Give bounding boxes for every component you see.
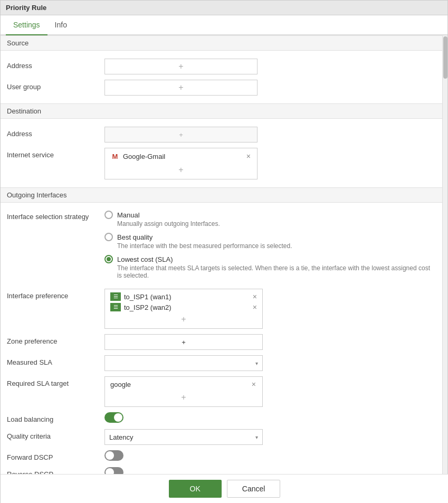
required-sla-control: google × + [104,376,436,407]
forward-dscp-toggle[interactable] [104,450,123,461]
source-form: Address + User group + [1,51,442,103]
zone-preference-control: + [104,334,436,350]
zone-preference-input[interactable]: + [104,334,263,350]
interface-isp2-remove-icon[interactable]: × [253,303,257,311]
destination-address-label: Address [7,127,104,138]
source-usergroup-plus-icon: + [178,83,183,92]
internet-service-value: Google-Gmail [123,153,245,160]
gmail-icon: M [110,151,120,161]
measured-sla-label: Measured SLA [7,355,104,366]
destination-address-plus-icon: + [179,131,183,139]
internet-service-row: Internet service M Google-Gmail × + [7,145,436,182]
source-usergroup-row: User group + [7,77,436,98]
strategy-row: Interface selection strategy Manual Manu… [7,208,436,282]
interface-add-button[interactable]: + [177,315,190,324]
strategy-bestquality-label[interactable]: Best quality [104,233,436,241]
internet-service-tagbox: M Google-Gmail × + [104,148,258,179]
strategy-manual-radio[interactable] [104,211,113,219]
internet-service-control: M Google-Gmail × + [104,148,436,179]
measured-sla-arrow-icon: ▾ [255,360,258,366]
internet-service-tag: M Google-Gmail × [108,150,254,162]
load-balancing-row: Load balancing [7,410,436,426]
destination-form: Address + Internet service M [1,119,442,187]
strategy-lowestcost-radio[interactable] [104,255,113,263]
zone-preference-plus-icon: + [182,338,186,346]
internet-service-label: Internet service [7,148,104,159]
source-address-label: Address [7,59,104,70]
required-sla-row: Required SLA target google × + [7,374,436,410]
quality-criteria-value: Latency [109,433,134,441]
destination-address-control: + [104,127,436,143]
destination-address-row: Address + [7,124,436,145]
strategy-bestquality-desc: The interface with the best measured per… [117,242,436,250]
quality-criteria-arrow-icon: ▾ [255,434,258,440]
measured-sla-dropdown[interactable]: ▾ [104,355,263,371]
required-sla-add-row: + [108,391,259,404]
strategy-manual-desc: Manually assign outgoing Interfaces. [117,220,436,227]
destination-address-input[interactable]: + [104,127,258,143]
title-bar: Priority Rule [1,1,447,15]
load-balancing-control [104,412,436,423]
internet-service-remove-icon[interactable]: × [245,152,252,160]
ok-button[interactable]: OK [169,480,222,498]
isp2-icon: ☰ [110,303,121,311]
interface-isp2-row: ☰ to_ISP2 (wan2) × [108,302,259,312]
strategy-manual-option: Manual Manually assign outgoing Interfac… [104,211,436,227]
interface-isp1-label: to_ISP1 (wan1) [124,293,171,301]
interface-isp2-label: to_ISP2 (wan2) [124,303,171,311]
strategy-bestquality-option: Best quality The interface with the best… [104,233,436,250]
quality-criteria-label: Quality criteria [7,429,104,440]
quality-criteria-row: Quality criteria Latency ▾ [7,426,436,448]
section-outgoing: Outgoing Interfaces [1,187,442,203]
forward-dscp-control [104,450,436,461]
scrollbar[interactable] [442,35,447,503]
required-sla-add-button[interactable]: + [177,393,190,402]
source-usergroup-control: + [104,80,436,96]
zone-preference-row: Zone preference + [7,331,436,353]
source-address-row: Address + [7,56,436,77]
internet-service-add-button[interactable]: + [174,165,187,175]
internet-service-add-row: + [108,163,254,177]
interface-isp1-remove-icon[interactable]: × [253,292,257,301]
scrollbar-thumb[interactable] [443,36,447,79]
load-balancing-label: Load balancing [7,412,104,423]
scrollbar-area: Source Address + User group [1,35,447,503]
main-content: Source Address + User group [1,35,442,503]
strategy-control: Manual Manually assign outgoing Interfac… [104,211,436,279]
zone-preference-label: Zone preference [7,334,104,345]
isp1-icon: ☰ [110,292,121,301]
source-address-plus-icon: + [178,62,183,71]
quality-criteria-dropdown[interactable]: Latency ▾ [104,429,263,445]
source-address-control: + [104,59,436,74]
strategy-radio-group: Manual Manually assign outgoing Interfac… [104,211,436,279]
forward-dscp-label: Forward DSCP [7,450,104,461]
strategy-bestquality-text: Best quality [117,233,152,241]
interface-preference-box: ☰ to_ISP1 (wan1) × ☰ to_ISP2 (wan2) × [104,289,263,329]
priority-rule-window: Priority Rule Settings Info Source Addre… [0,0,448,503]
strategy-bestquality-radio[interactable] [104,233,113,241]
strategy-lowestcost-desc: The interface that meets SLA targets is … [117,264,436,279]
footer: OK Cancel [1,474,448,503]
required-sla-label: Required SLA target [7,376,104,387]
window-title: Priority Rule [6,4,46,12]
quality-criteria-control: Latency ▾ [104,429,436,445]
interface-isp1-row: ☰ to_ISP1 (wan1) × [108,291,259,302]
required-sla-remove-icon[interactable]: × [251,380,257,388]
source-usergroup-input[interactable]: + [104,80,258,96]
cancel-button[interactable]: Cancel [227,480,281,498]
strategy-manual-label[interactable]: Manual [104,211,436,219]
source-address-input[interactable]: + [104,59,258,74]
forward-dscp-row: Forward DSCP [7,448,436,464]
tab-info[interactable]: Info [47,15,74,35]
strategy-lowestcost-text: Lowest cost (SLA) [117,255,173,263]
section-destination: Destination [1,103,442,119]
interface-preference-control: ☰ to_ISP1 (wan1) × ☰ to_ISP2 (wan2) × [104,289,436,329]
measured-sla-row: Measured SLA ▾ [7,353,436,374]
interface-preference-row: Interface preference ☰ to_ISP1 (wan1) × … [7,286,436,331]
strategy-lowestcost-label[interactable]: Lowest cost (SLA) [104,255,436,263]
load-balancing-toggle[interactable] [104,412,123,423]
interface-preference-label: Interface preference [7,289,104,300]
outgoing-form: Interface selection strategy Manual Manu… [1,203,442,487]
source-usergroup-label: User group [7,80,104,91]
tab-settings[interactable]: Settings [6,15,47,35]
